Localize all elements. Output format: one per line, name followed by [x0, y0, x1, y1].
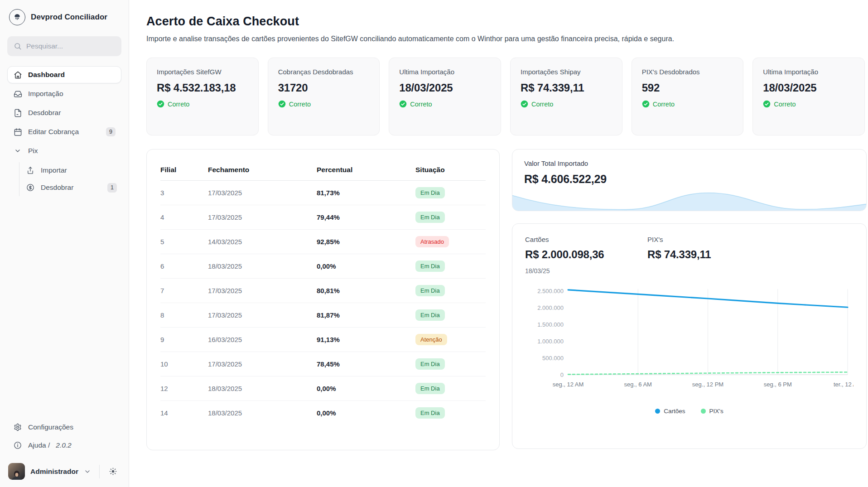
- sidebar-item-desdobrar[interactable]: Desdobrar: [7, 104, 121, 121]
- sidebar-item-label: Importar: [41, 166, 67, 174]
- column-header-fechamento: Fechamento: [208, 160, 317, 181]
- stat-status-label: Correto: [774, 101, 796, 108]
- kpi-cartoes: Cartões R$ 2.000.098,36 18/03/25: [525, 236, 647, 275]
- table-row: 1017/03/202578,45%Em Dia: [160, 352, 486, 376]
- stats-row: Importações SitefGW R$ 4.532.183,18 Corr…: [146, 58, 865, 135]
- dollar-circle-icon: [26, 183, 35, 192]
- stat-card-cobrancas-desdobradas: Cobranças Desdobradas 31720 Correto: [268, 58, 380, 135]
- cell-percentual: 80,81%: [317, 279, 415, 303]
- cell-fechamento: 18/03/2025: [208, 376, 317, 401]
- cell-situacao: Atenção: [415, 328, 486, 352]
- stat-card-ultima-importacao-shipay: Ultima Importação 18/03/2025 Correto: [752, 58, 865, 135]
- sun-icon[interactable]: [105, 464, 121, 479]
- x-tick-label: seg., 12 AM: [553, 381, 584, 388]
- avatar[interactable]: [8, 463, 25, 480]
- kpi-cartoes-value: R$ 2.000.098,36: [525, 248, 647, 261]
- line-chart-svg: 2.500.0002.000.0001.500.0001.000.000500.…: [525, 286, 854, 396]
- kpi-pix-value: R$ 74.339,11: [647, 248, 770, 261]
- cell-percentual: 79,44%: [317, 205, 415, 230]
- user-role-label[interactable]: Administrador: [30, 468, 78, 476]
- sidebar-item-configuracoes[interactable]: Configurações: [7, 419, 121, 436]
- table-row: 1218/03/20250,00%Em Dia: [160, 376, 486, 401]
- filial-table: Filial Fechamento Percentual Situação 31…: [160, 160, 486, 425]
- sidebar-item-importacao[interactable]: Importação: [7, 85, 121, 102]
- stat-card-importacoes-shipay: Importações Shipay R$ 74.339,11 Correto: [510, 58, 622, 135]
- sidebar-item-dashboard[interactable]: Dashboard: [7, 66, 121, 83]
- sidebar-item-pix-importar[interactable]: Importar: [21, 162, 121, 178]
- search-box[interactable]: [7, 36, 121, 56]
- sidebar-spacer: [7, 196, 121, 419]
- divider: [99, 465, 100, 478]
- valor-total-card: Valor Total Importado R$ 4.606.522,29: [512, 149, 867, 211]
- search-input[interactable]: [26, 42, 115, 50]
- sidebar-item-pix-desdobrar[interactable]: Desdobrar 1: [21, 179, 121, 196]
- stat-label: Importações SitefGW: [157, 68, 248, 76]
- x-tick-label: seg., 6 AM: [624, 381, 652, 388]
- cell-percentual: 81,87%: [317, 303, 415, 328]
- status-pill: Em Dia: [415, 187, 445, 198]
- check-circle-icon: [278, 100, 286, 108]
- sidebar-item-label: Configurações: [28, 423, 73, 431]
- pix-submenu: Importar Desdobrar 1: [19, 162, 121, 196]
- table-row: 618/03/20250,00%Em Dia: [160, 254, 486, 279]
- table-row: 514/03/202592,85%Atrasado: [160, 230, 486, 254]
- stat-card-pixs-desdobrados: PIX's Desdobrados 592 Correto: [632, 58, 744, 135]
- sidebar-footer: Configurações Ajuda / 2.0.2: [7, 419, 121, 454]
- cell-filial: 6: [160, 254, 208, 279]
- x-tick-label: ter., 12 AM: [834, 381, 854, 388]
- stat-label: Cobranças Desdobradas: [278, 68, 370, 76]
- file-icon: [13, 108, 22, 117]
- stat-value: 592: [642, 81, 733, 95]
- app-name: Devprod Conciliador: [31, 13, 107, 22]
- content-row: Filial Fechamento Percentual Situação 31…: [146, 149, 865, 450]
- stat-status-label: Correto: [410, 101, 432, 108]
- cell-percentual: 78,45%: [317, 352, 415, 376]
- cell-fechamento: 18/03/2025: [208, 254, 317, 279]
- chart-date: 18/03/25: [525, 267, 647, 275]
- status-pill: Em Dia: [415, 358, 445, 370]
- table-row: 317/03/202581,73%Em Dia: [160, 181, 486, 205]
- column-header-situacao: Situação: [415, 160, 486, 181]
- sidebar-item-pix[interactable]: Pix: [7, 142, 121, 159]
- chevron-down-icon[interactable]: [84, 468, 91, 475]
- table-row: 817/03/202581,87%Em Dia: [160, 303, 486, 328]
- cell-fechamento: 17/03/2025: [208, 352, 317, 376]
- legend-item-cartões[interactable]: Cartões: [655, 408, 685, 415]
- nav-badge: 1: [107, 183, 117, 192]
- chart-card: Cartões R$ 2.000.098,36 18/03/25 PIX's R…: [512, 223, 867, 449]
- check-circle-icon: [763, 100, 771, 108]
- status-pill: Em Dia: [415, 260, 445, 272]
- kpi-cartoes-label: Cartões: [525, 236, 647, 243]
- sidebar-item-label: Dashboard: [28, 71, 65, 79]
- jellyfish-logo-icon: [9, 9, 25, 25]
- check-circle-icon: [642, 100, 650, 108]
- cell-filial: 9: [160, 328, 208, 352]
- status-pill: Atenção: [415, 334, 447, 345]
- y-tick-label: 1.500.000: [537, 321, 564, 328]
- upload-icon: [26, 166, 35, 175]
- info-icon: [13, 441, 22, 450]
- calendar-icon: [13, 127, 22, 136]
- stat-value: 18/03/2025: [399, 81, 491, 95]
- y-tick-label: 0: [560, 371, 564, 378]
- check-circle-icon: [399, 100, 407, 108]
- status-pill: Atrasado: [415, 236, 449, 247]
- y-tick-label: 2.500.000: [537, 288, 564, 294]
- status-pill: Em Dia: [415, 383, 445, 394]
- sidebar-item-label: Ajuda /: [28, 441, 50, 449]
- cell-percentual: 81,73%: [317, 181, 415, 205]
- cell-fechamento: 17/03/2025: [208, 279, 317, 303]
- search-icon: [14, 42, 22, 50]
- valor-total-value: R$ 4.606.522,29: [524, 173, 854, 186]
- column-header-filial: Filial: [160, 160, 208, 181]
- sidebar-item-ajuda[interactable]: Ajuda / 2.0.2: [7, 437, 121, 454]
- legend-item-pix's[interactable]: PIX's: [701, 408, 723, 415]
- status-pill: Em Dia: [415, 309, 445, 321]
- cell-filial: 7: [160, 279, 208, 303]
- legend-label: PIX's: [709, 408, 723, 415]
- cell-percentual: 91,13%: [317, 328, 415, 352]
- legend-dot: [655, 409, 660, 414]
- sidebar-item-editar-cobranca[interactable]: Editar Cobrança 9: [7, 123, 121, 140]
- stat-value: R$ 4.532.183,18: [157, 81, 248, 95]
- cell-situacao: Em Dia: [415, 181, 486, 205]
